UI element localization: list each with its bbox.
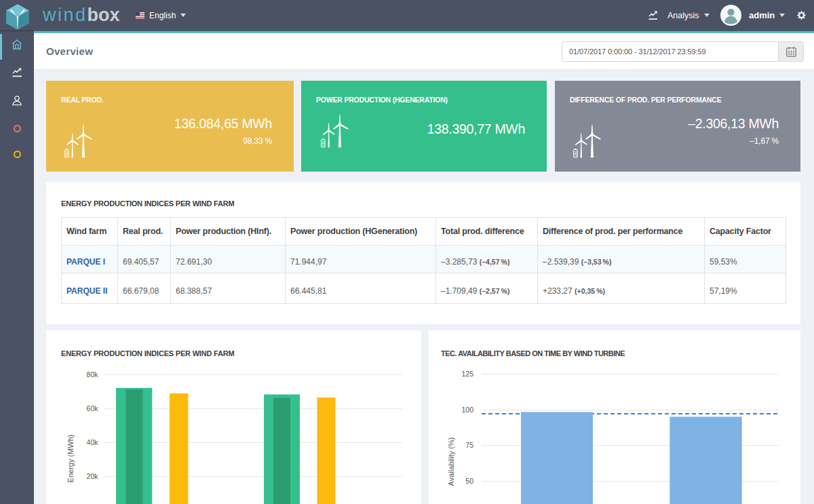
svg-text:80k: 80k: [87, 370, 99, 379]
svg-text:60k: 60k: [87, 404, 99, 412]
svg-text:40k: 40k: [87, 438, 99, 446]
svg-text:100: 100: [461, 406, 473, 414]
svg-text:Energy (MWh): Energy (MWh): [66, 435, 75, 483]
svg-text:20k: 20k: [87, 472, 99, 480]
svg-text:Availability (%): Availability (%): [447, 438, 455, 486]
svg-text:75: 75: [465, 441, 473, 449]
svg-text:50: 50: [465, 477, 473, 485]
svg-text:125: 125: [461, 370, 473, 378]
